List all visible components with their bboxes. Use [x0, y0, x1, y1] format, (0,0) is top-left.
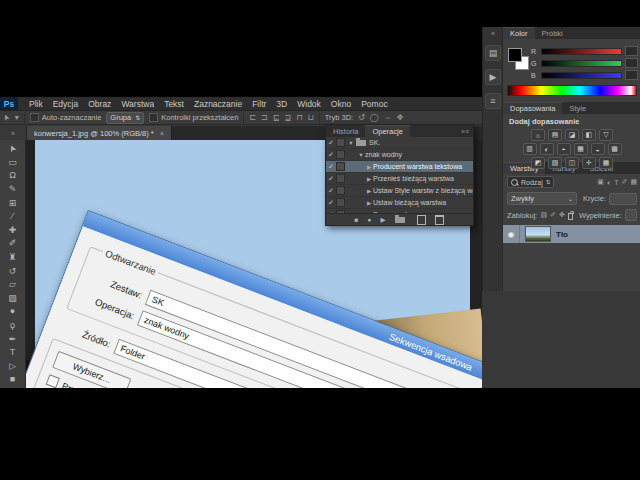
- type-tool[interactable]: T: [3, 346, 23, 360]
- document-tab[interactable]: konwersja_1.jpg @ 100% (RGB/8) * ×: [27, 126, 172, 140]
- transform-controls-option[interactable]: Kontrolki przekształceń: [149, 113, 238, 122]
- menu-plik[interactable]: Plik: [24, 99, 48, 109]
- expand-arrow-icon[interactable]: ▼: [347, 140, 355, 146]
- menu-zaznaczanie[interactable]: Zaznaczanie: [189, 99, 247, 109]
- stop-icon[interactable]: ■: [355, 216, 359, 223]
- menu-warstwa[interactable]: Warstwa: [116, 99, 159, 109]
- photo-filter-icon[interactable]: ▦: [574, 143, 588, 155]
- transform-controls-checkbox[interactable]: [149, 113, 158, 122]
- threshold-icon[interactable]: ◫: [565, 157, 579, 169]
- play-icon[interactable]: ▶: [380, 216, 385, 224]
- dialog-toggle-box[interactable]: [336, 162, 345, 171]
- include-check-icon[interactable]: ✓: [326, 163, 336, 171]
- dodge-tool[interactable]: ϙ: [3, 319, 23, 333]
- color-spectrum-ramp[interactable]: [507, 85, 637, 96]
- panel-menu-icon[interactable]: »≡: [461, 125, 473, 137]
- filter-type-layers-icon[interactable]: T: [614, 179, 618, 186]
- lasso-tool[interactable]: Ω: [3, 169, 23, 183]
- dialog-toggle-box[interactable]: [336, 186, 345, 195]
- exposure-icon[interactable]: ◧: [582, 129, 596, 141]
- color-lookup-icon[interactable]: ▩: [608, 143, 622, 155]
- history-brush-tool[interactable]: ↺: [3, 264, 23, 278]
- expand-arrow-icon[interactable]: ▶: [365, 164, 373, 170]
- black-white-icon[interactable]: ◓: [557, 143, 571, 155]
- fill-value-box[interactable]: [625, 209, 637, 221]
- filter-adjustment-layers-icon[interactable]: ◐: [607, 179, 611, 186]
- override-open-checkbox[interactable]: [46, 374, 60, 388]
- menu-okno[interactable]: Okno: [326, 99, 356, 109]
- layer-filter-dropdown[interactable]: Rodzaj ⇅: [507, 176, 554, 188]
- gradient-tool[interactable]: ▧: [3, 292, 23, 306]
- include-check-icon[interactable]: ✓: [326, 199, 336, 207]
- new-set-folder-icon[interactable]: [395, 217, 405, 223]
- vibrance-icon[interactable]: ▽: [599, 129, 613, 141]
- include-check-icon[interactable]: ✓: [326, 151, 336, 159]
- green-slider[interactable]: [541, 60, 622, 67]
- eyedropper-tool[interactable]: ∕: [3, 210, 23, 224]
- menu-obraz[interactable]: Obraz: [83, 99, 116, 109]
- 3d-rotate-icon[interactable]: ↺: [358, 113, 365, 122]
- distribute-bottom-icon[interactable]: ⊔: [307, 113, 313, 122]
- new-action-icon[interactable]: [417, 215, 426, 225]
- expand-panels-icon[interactable]: «: [491, 30, 495, 37]
- actions-panel-icon[interactable]: ▶: [485, 69, 501, 85]
- rectangle-tool[interactable]: ■: [3, 373, 23, 387]
- align-right-icon[interactable]: ⊑: [273, 113, 280, 122]
- lock-all-icon[interactable]: [568, 213, 573, 220]
- distribute-middle-icon[interactable]: ⊓: [296, 113, 302, 122]
- gradient-map-icon[interactable]: ▦: [599, 157, 613, 169]
- tab-style[interactable]: Style: [562, 102, 593, 114]
- menu-filtr[interactable]: Filtr: [247, 99, 271, 109]
- dialog-toggle-box[interactable]: [336, 174, 345, 183]
- 3d-drag-icon[interactable]: ⇔: [384, 113, 392, 122]
- action-row[interactable]: ✓ ▶ Ustaw Style warstw z bieżącą warstwą: [326, 185, 473, 197]
- dialog-toggle-box[interactable]: [336, 198, 345, 207]
- move-tool[interactable]: ➤: [3, 142, 23, 156]
- action-row-set[interactable]: ✓ ▼ SK.: [326, 137, 473, 149]
- filter-shape-layers-icon[interactable]: ✐: [622, 178, 628, 186]
- visibility-eye-icon[interactable]: ◉: [503, 225, 520, 243]
- blue-slider[interactable]: [541, 72, 622, 79]
- opacity-value-box[interactable]: [609, 193, 637, 205]
- eraser-tool[interactable]: ▱: [3, 278, 23, 292]
- close-document-icon[interactable]: ×: [160, 129, 164, 138]
- align-left-icon[interactable]: ⊏: [249, 113, 256, 122]
- lock-position-icon[interactable]: ✥: [559, 211, 565, 219]
- auto-select-mode-dropdown[interactable]: Grupa ⇅: [106, 112, 144, 124]
- red-value-box[interactable]: [625, 46, 638, 56]
- properties-panel-icon[interactable]: ≡: [485, 93, 501, 109]
- filter-smart-objects-icon[interactable]: ▦: [630, 178, 637, 186]
- blend-mode-dropdown[interactable]: Zwykły ⌄: [507, 192, 577, 205]
- blue-value-box[interactable]: [625, 70, 638, 80]
- auto-select-option[interactable]: Auto-zaznaczanie: [30, 113, 102, 122]
- distribute-top-icon[interactable]: ⊒: [284, 113, 291, 122]
- red-slider[interactable]: [541, 48, 622, 55]
- include-check-icon[interactable]: ✓: [326, 139, 336, 147]
- action-row[interactable]: ✓ ▶ Ustaw bieżącą warstwa: [326, 197, 473, 209]
- channel-mixer-icon[interactable]: ◒: [591, 143, 605, 155]
- posterize-icon[interactable]: ▨: [548, 157, 562, 169]
- invert-icon[interactable]: ◩: [531, 157, 545, 169]
- action-row[interactable]: ✓ ▶ Przenieś bieżącą warstwa: [326, 173, 473, 185]
- dialog-toggle-box[interactable]: [336, 138, 345, 147]
- menu-edycja[interactable]: Edycja: [48, 99, 84, 109]
- dialog-toggle-box[interactable]: [336, 150, 345, 159]
- include-check-icon[interactable]: ✓: [326, 175, 336, 183]
- brightness-contrast-icon[interactable]: ☼: [531, 129, 545, 141]
- pen-tool[interactable]: ✒: [3, 332, 23, 346]
- selective-color-icon[interactable]: ✛: [582, 157, 596, 169]
- curves-icon[interactable]: ◪: [565, 129, 579, 141]
- color-balance-icon[interactable]: ◐: [540, 143, 554, 155]
- expand-arrow-icon[interactable]: ▶: [365, 176, 373, 182]
- history-panel-icon[interactable]: ▤: [485, 45, 501, 61]
- tab-probki[interactable]: Próbki: [535, 27, 570, 39]
- tab-historia[interactable]: Historia: [326, 125, 365, 137]
- spot-healing-tool[interactable]: ✚: [3, 224, 23, 238]
- expand-arrow-icon[interactable]: ▶: [365, 188, 373, 194]
- lock-transparency-icon[interactable]: ▨: [540, 211, 547, 219]
- path-selection-tool[interactable]: ▷: [3, 360, 23, 374]
- expand-arrow-icon[interactable]: ▶: [365, 200, 373, 206]
- 3d-slide-icon[interactable]: ✥: [397, 113, 404, 122]
- rectangular-marquee-tool[interactable]: ▭: [3, 156, 23, 170]
- filter-pixel-layers-icon[interactable]: ▣: [597, 178, 604, 186]
